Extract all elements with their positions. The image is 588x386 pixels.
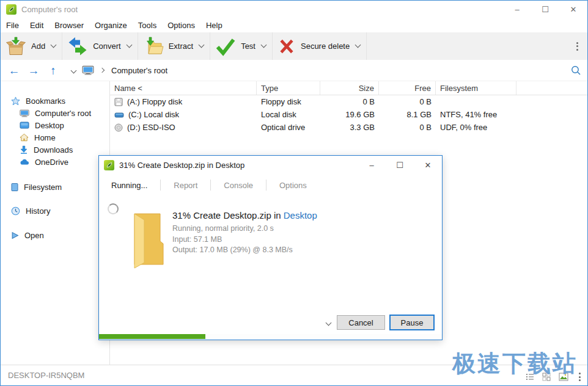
sidebar-item-downloads[interactable]: Downloads [1, 144, 109, 156]
menu-organize[interactable]: Organize [89, 21, 133, 30]
column-header-free[interactable]: Free [379, 81, 436, 95]
secure-delete-button-label: Secure delete [301, 42, 350, 51]
file-size: 19.6 GB [320, 110, 379, 119]
task-destination-link[interactable]: Desktop [284, 210, 317, 220]
play-icon [11, 231, 19, 239]
toolbar-more-options-icon[interactable] [569, 32, 585, 60]
peazip-app-icon [6, 4, 17, 15]
up-arrow-icon[interactable]: ↑ [43, 65, 63, 76]
pause-button[interactable]: Pause [389, 315, 435, 330]
computer-icon [82, 65, 94, 75]
file-free: 0 B [379, 97, 436, 106]
secure-delete-dropdown-chevron-icon[interactable] [355, 42, 361, 48]
column-header-filesystem[interactable]: Filesystem [436, 81, 516, 95]
progress-dialog: 31% Create Desktop.zip in Desktop – ☐ ✕ … [98, 155, 443, 340]
drive-icon [11, 183, 18, 192]
extract-button-label: Extract [169, 42, 193, 51]
sidebar-item-open[interactable]: Open [1, 229, 109, 241]
secure-delete-button[interactable]: Secure delete [277, 37, 350, 56]
sidebar-item-home[interactable]: Home [1, 131, 109, 144]
test-checkmark-icon [215, 37, 236, 56]
sidebar-item-onedrive[interactable]: OneDrive [1, 156, 109, 168]
toolbar: Add Convert Extract [1, 32, 587, 60]
table-row[interactable]: (A:) Floppy disk Floppy disk 0 B 0 B [110, 95, 587, 108]
address-dropdown-chevron-icon[interactable] [71, 67, 77, 73]
task-input-line: Input: 57.1 MB [172, 235, 317, 246]
tab-console[interactable]: Console [210, 180, 266, 191]
test-button-label: Test [241, 42, 255, 51]
dialog-close-button[interactable]: ✕ [414, 156, 442, 174]
cloud-icon [20, 159, 29, 166]
tab-report[interactable]: Report [160, 180, 210, 191]
desktop-icon [20, 122, 29, 129]
dialog-minimize-button[interactable]: – [358, 156, 386, 174]
sidebar-item-history[interactable]: History [1, 205, 109, 217]
column-header-name[interactable]: Name < [110, 81, 257, 95]
file-type: Local disk [257, 110, 320, 119]
peazip-app-icon [104, 160, 114, 170]
maximize-button[interactable]: ☐ [531, 1, 559, 18]
convert-dropdown-chevron-icon[interactable] [126, 42, 132, 48]
breadcrumb[interactable]: Computer's root [111, 66, 167, 75]
menu-tools[interactable]: Tools [133, 21, 162, 30]
file-free: 0 B [379, 123, 436, 132]
floppy-icon [114, 98, 123, 106]
menu-help[interactable]: Help [200, 21, 228, 30]
tab-running[interactable]: Running... [105, 180, 160, 191]
forward-arrow-icon[interactable]: → [24, 65, 43, 76]
file-filesystem: NTFS, 41% free [436, 110, 516, 119]
column-header-type[interactable]: Type [257, 81, 320, 95]
dialog-body: 31% Create Desktop.zip in Desktop Runnin… [99, 196, 442, 334]
file-name: (A:) Floppy disk [127, 97, 182, 106]
sidebar-item-label: Desktop [35, 121, 64, 130]
sidebar-item-computers-root[interactable]: Computer's root [1, 107, 109, 119]
column-headers: Name < Type Size Free Filesystem [110, 81, 587, 95]
dialog-maximize-button[interactable]: ☐ [386, 156, 414, 174]
table-row[interactable]: (C:) Local disk Local disk 19.6 GB 8.1 G… [110, 108, 587, 121]
menu-bar: File Edit Browser Organize Tools Options… [1, 18, 587, 32]
extract-button[interactable]: Extract [143, 37, 193, 56]
test-dropdown-chevron-icon[interactable] [261, 42, 267, 48]
convert-button[interactable]: Convert [67, 37, 121, 56]
computer-icon [20, 109, 29, 117]
minimize-button[interactable]: – [503, 1, 531, 18]
peazip-main-window: Computer's root – ☐ ✕ File Edit Browser … [0, 0, 588, 386]
menu-browser[interactable]: Browser [49, 21, 89, 30]
hard-disk-icon [114, 111, 124, 118]
breadcrumb-separator-icon [100, 68, 105, 73]
table-row[interactable]: (D:) ESD-ISO Optical drive 3.3 GB 0 B UD… [110, 121, 587, 134]
menu-file[interactable]: File [1, 21, 24, 30]
tab-options[interactable]: Options [266, 180, 320, 191]
optical-disc-icon [114, 123, 123, 132]
column-header-size[interactable]: Size [320, 81, 379, 95]
sidebar-item-label: Open [24, 231, 44, 240]
file-size: 3.3 GB [320, 123, 379, 132]
progress-fill [99, 334, 205, 339]
back-arrow-icon[interactable]: ← [4, 65, 24, 76]
sidebar-item-filesystem[interactable]: Filesystem [1, 181, 109, 193]
secure-delete-icon [277, 37, 296, 56]
search-icon[interactable] [570, 65, 581, 78]
test-button[interactable]: Test [215, 37, 255, 56]
file-name: (D:) ESD-ISO [127, 123, 175, 132]
file-type: Floppy disk [257, 97, 320, 106]
machine-name: DESKTOP-IR5NQBM [8, 371, 84, 380]
extract-icon [143, 37, 164, 56]
add-button-label: Add [31, 42, 45, 51]
close-button[interactable]: ✕ [559, 1, 587, 18]
menu-options[interactable]: Options [162, 21, 200, 30]
file-type: Optical drive [257, 123, 320, 132]
add-button[interactable]: Add [6, 37, 45, 56]
sidebar-item-desktop[interactable]: Desktop [1, 119, 109, 131]
menu-edit[interactable]: Edit [24, 21, 49, 30]
extract-dropdown-chevron-icon[interactable] [199, 42, 205, 48]
sidebar-item-label: OneDrive [35, 158, 68, 167]
archive-add-icon [6, 37, 26, 56]
dialog-title: 31% Create Desktop.zip in Desktop [119, 161, 244, 170]
add-dropdown-chevron-icon[interactable] [51, 42, 57, 48]
convert-button-label: Convert [93, 42, 121, 51]
convert-icon [67, 37, 88, 56]
cancel-button[interactable]: Cancel [337, 315, 385, 330]
sidebar-item-bookmarks[interactable]: Bookmarks [1, 95, 109, 107]
task-headline: 31% Create Desktop.zip in [172, 210, 284, 220]
